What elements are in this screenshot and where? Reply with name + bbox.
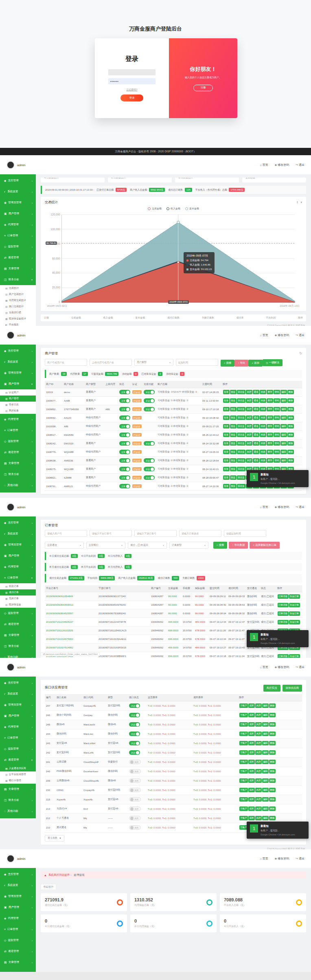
sidebar-item[interactable]: ◌其他功能‹ — [0, 652, 36, 658]
recharge-toggle[interactable]: 开启 — [144, 407, 155, 411]
sidebar-item[interactable]: ◆主控管理‹ — [0, 517, 36, 528]
channel-toggle-off[interactable]: 关闭 — [129, 806, 141, 811]
sidebar-item[interactable]: ◐系统设置‹ — [0, 688, 36, 699]
sidebar-item[interactable]: ◆主控管理‹ — [0, 677, 36, 688]
row-action-button[interactable]: 登录 — [223, 475, 230, 480]
row-action-button[interactable]: 编辑 — [280, 390, 287, 394]
row-action-button[interactable]: 保证金 — [237, 433, 246, 437]
row-action-button[interactable]: 风控 — [255, 760, 262, 764]
order-action-button[interactable]: ↑导出数据 — [229, 542, 248, 549]
sidebar-item[interactable]: ◐系统设置‹ — [0, 186, 36, 197]
row-action-button[interactable]: 补发订单 — [289, 654, 300, 658]
collapse-icon[interactable]: ▾ — [300, 201, 302, 204]
status-toggle[interactable]: 正常 — [119, 450, 130, 454]
sidebar-item[interactable]: ◈代理管理‹ — [0, 913, 36, 924]
row-action-button[interactable]: 编辑 — [262, 797, 269, 802]
row-action-button[interactable]: 通道 — [253, 415, 259, 420]
row-action-button[interactable]: 成本 — [248, 816, 255, 820]
refresh-icon[interactable]: ↻ — [299, 352, 302, 355]
sidebar-item[interactable]: ≡订单管理‹ — [0, 425, 36, 436]
row-action-button[interactable]: 订单详情 — [278, 611, 289, 616]
row-action-button[interactable]: 编辑 — [262, 769, 269, 773]
notification-toast[interactable]: 1 新通知有客户，提现款...Google Chrome • 14.demoym… — [247, 630, 309, 647]
row-action-button[interactable]: 保证金 — [237, 467, 246, 471]
row-action-button[interactable]: 删除 — [269, 722, 276, 727]
sidebar-subitem[interactable]: ▤收款订单 — [0, 583, 36, 589]
login-button[interactable]: 登录 — [120, 94, 143, 101]
row-action-button[interactable]: 编辑 — [280, 441, 287, 446]
topbar-link[interactable]: ↪退出 — [296, 665, 304, 669]
status-toggle[interactable]: 正常 — [119, 467, 130, 471]
row-action-button[interactable]: 编辑 — [262, 750, 269, 755]
sidebar-item[interactable]: ◐系统设置‹ — [0, 356, 36, 367]
sidebar-item[interactable]: ◈代理管理‹ — [0, 219, 36, 230]
download-icon[interactable]: ↧ — [296, 201, 299, 204]
row-action-button[interactable]: 费率 — [267, 441, 273, 446]
sidebar-item[interactable]: ≡订单管理‹ — [0, 924, 36, 935]
row-action-button[interactable]: 成本 — [248, 797, 255, 802]
row-action-button[interactable]: 佣金 — [230, 450, 237, 454]
row-action-button[interactable]: 密码 — [274, 441, 280, 446]
row-action-button[interactable]: 登录 — [223, 484, 230, 488]
row-action-button[interactable]: 成本 — [248, 769, 255, 773]
row-action-button[interactable]: 成本 — [248, 750, 255, 755]
row-action-button[interactable]: 子账户 — [239, 816, 248, 820]
row-action-button[interactable]: 编辑 — [262, 816, 269, 820]
row-action-button[interactable]: 删除 — [287, 441, 294, 446]
status-toggle[interactable]: 正常 — [119, 407, 130, 411]
row-action-button[interactable]: 佣金 — [230, 433, 237, 437]
row-action-button[interactable]: 订单详情 — [278, 654, 289, 658]
row-action-button[interactable]: 编辑 — [262, 722, 269, 727]
status-toggle[interactable]: 正常 — [119, 475, 130, 480]
row-action-button[interactable]: 子账户 — [239, 750, 248, 755]
row-action-button[interactable]: 回调 — [260, 398, 266, 403]
sidebar-subitem[interactable]: ▩投诉保证金统计 — [0, 316, 36, 322]
row-action-button[interactable]: 删除 — [287, 407, 294, 411]
sidebar-subitem[interactable]: ▦登录日志 — [0, 402, 36, 408]
row-action-button[interactable]: 保证金 — [237, 441, 246, 446]
row-action-button[interactable]: 成本 — [248, 703, 255, 708]
row-action-button[interactable]: 编辑 — [280, 415, 287, 420]
row-action-button[interactable]: 密码 — [274, 407, 280, 411]
sidebar-item[interactable]: ⇄通道管理‹ — [0, 619, 36, 630]
topbar-link[interactable]: ◈修改密码 — [275, 665, 289, 669]
row-action-button[interactable]: 补发订单 — [289, 620, 300, 624]
row-action-button[interactable]: 删除 — [269, 769, 276, 773]
row-action-button[interactable]: 风控 — [246, 458, 252, 463]
row-action-button[interactable]: 补发订单 — [289, 594, 300, 599]
sidebar-subitem[interactable]: ▥商户管理 — [0, 396, 36, 402]
sidebar-subitem[interactable]: ▦银行卡管理 — [0, 778, 36, 784]
row-action-button[interactable]: 成本 — [248, 732, 255, 736]
order-filter-input[interactable] — [179, 530, 221, 537]
row-action-button[interactable]: 费率 — [267, 450, 273, 454]
clipped-stat-box[interactable]: 昨日数据统计 — [108, 178, 172, 182]
row-action-button[interactable]: 编辑 — [280, 424, 287, 428]
row-action-button[interactable]: 删除 — [287, 450, 294, 454]
row-action-button[interactable]: 风控 — [255, 741, 262, 745]
merchant-search-input[interactable] — [45, 359, 87, 366]
row-action-button[interactable]: 密码 — [274, 433, 280, 437]
status-toggle[interactable]: 正常 — [119, 484, 130, 488]
channel-toggle-on[interactable]: 开启 — [129, 741, 140, 745]
row-action-button[interactable]: 保证金 — [237, 450, 246, 454]
row-action-button[interactable]: 删除 — [269, 806, 276, 811]
trade-chart[interactable]: 120,000 100,000 80,000 60,000 40,000 20,… — [45, 211, 302, 304]
row-action-button[interactable]: 风控 — [255, 769, 262, 773]
row-action-button[interactable]: 通道 — [253, 441, 259, 446]
topbar-link[interactable]: ⌂首页 — [260, 857, 268, 861]
row-action-button[interactable]: 删除 — [269, 732, 276, 736]
order-action-button[interactable]: ⌕搜索 — [213, 542, 227, 549]
sidebar-item[interactable]: ◇提款管理‹ — [0, 241, 36, 252]
row-action-button[interactable]: 子账户 — [239, 760, 248, 764]
sidebar-item[interactable]: ◫财务分析‹ — [0, 641, 36, 652]
row-action-button[interactable]: 订单详情 — [278, 594, 289, 599]
row-action-button[interactable]: 子账户 — [239, 703, 248, 708]
topbar-link[interactable]: ⌂首页 — [260, 505, 268, 509]
username-field[interactable] — [108, 69, 156, 75]
status-toggle[interactable]: 正常 — [119, 433, 130, 437]
register-button[interactable]: 注册 — [193, 85, 213, 91]
row-action-button[interactable]: 回调 — [260, 407, 266, 411]
page-size-select[interactable]: 显示条数▼ — [45, 835, 64, 842]
legend-item[interactable]: 支出金额 — [185, 207, 199, 211]
row-action-button[interactable]: 删除 — [269, 741, 276, 745]
